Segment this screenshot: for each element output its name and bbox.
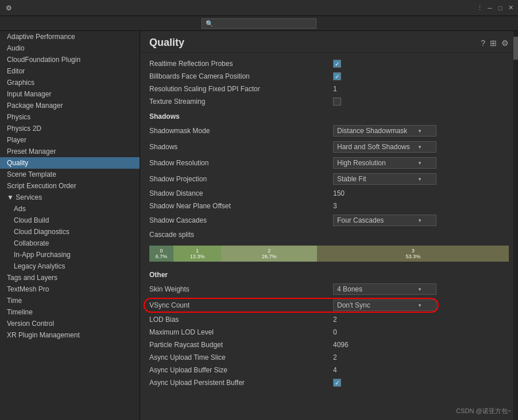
setting-value: Hard and Soft Shadows▼ <box>333 141 509 153</box>
setting-row: Shadow CascadesFour Cascades▼ <box>149 212 509 228</box>
sidebar-item-script-execution-order[interactable]: Script Execution Order <box>0 180 140 192</box>
setting-label: Billboards Face Camera Position <box>149 72 333 80</box>
maximize-btn[interactable]: □ <box>496 4 504 12</box>
dropdown[interactable]: Hard and Soft Shadows▼ <box>333 141 436 153</box>
sidebar-item-in-app-purchasing[interactable]: In-App Purchasing <box>0 249 140 260</box>
setting-row: Async Upload Time Slice2 <box>149 351 509 364</box>
cascade-segment-1[interactable]: 113.3% <box>173 246 221 262</box>
sidebar-item-tags-and-layers[interactable]: Tags and Layers <box>0 272 140 283</box>
cascade-segment-2[interactable]: 226.7% <box>221 246 317 262</box>
sidebar-item-input-manager[interactable]: Input Manager <box>0 88 140 100</box>
checkbox[interactable]: ✓ <box>333 72 341 80</box>
scrollbar-thumb[interactable] <box>513 37 518 60</box>
setting-row: Texture Streaming <box>149 95 509 108</box>
minimize-btn[interactable]: ─ <box>486 4 494 12</box>
setting-row: Shadowmask ModeDistance Shadowmask▼ <box>149 123 509 139</box>
sidebar-item-version-control[interactable]: Version Control <box>0 318 140 329</box>
setting-row: Shadow Near Plane Offset3 <box>149 200 509 212</box>
cascade-bar[interactable]: 06.7%113.3%226.7%353.3% <box>149 246 509 262</box>
dropdown[interactable]: Distance Shadowmask▼ <box>333 125 436 137</box>
setting-label: Async Upload Buffer Size <box>149 366 333 374</box>
setting-label: Shadow Near Plane Offset <box>149 202 333 210</box>
close-btn[interactable]: ✕ <box>507 4 515 12</box>
sidebar-item-timeline[interactable]: Timeline <box>0 306 140 318</box>
search-bar <box>0 16 518 31</box>
window-controls: ⋮ ─ □ ✕ <box>476 4 515 12</box>
dropdown[interactable]: 4 Bones▼ <box>333 283 436 295</box>
sidebar-item-editor[interactable]: Editor <box>0 65 140 77</box>
settings-icon[interactable]: ⚙ <box>501 38 509 48</box>
sidebar-item-adaptive-performance[interactable]: Adaptive Performance <box>0 31 140 42</box>
sidebar: Adaptive PerformanceAudioCloudFoundation… <box>0 31 140 420</box>
sidebar-item-package-manager[interactable]: Package Manager <box>0 100 140 111</box>
sidebar-item-cloud-build[interactable]: Cloud Build <box>0 215 140 226</box>
page-title: Quality <box>149 37 481 49</box>
sidebar-item-xr-plugin[interactable]: XR Plugin Management <box>0 329 140 341</box>
checkbox[interactable]: ✓ <box>333 60 341 68</box>
setting-row: LOD Bias2 <box>149 313 509 326</box>
search-input[interactable] <box>202 18 316 29</box>
text-value: 1 <box>333 85 337 93</box>
setting-value: High Resolution▼ <box>333 157 509 169</box>
sidebar-item-quality[interactable]: Quality <box>0 157 140 169</box>
checkbox[interactable]: ✓ <box>333 379 341 387</box>
setting-label: LOD Bias <box>149 316 333 324</box>
sidebar-item-scene-template[interactable]: Scene Template <box>0 169 140 180</box>
cascade-segment-3[interactable]: 353.3% <box>317 246 509 262</box>
setting-row: ShadowsHard and Soft Shadows▼ <box>149 139 509 155</box>
sidebar-item-physics-2d[interactable]: Physics 2D <box>0 123 140 134</box>
chevron-down-icon: ▼ <box>418 218 422 223</box>
dropdown[interactable]: Four Cascades▼ <box>333 215 436 226</box>
menu-btn[interactable]: ⋮ <box>476 4 484 12</box>
sidebar-item-time[interactable]: Time <box>0 295 140 306</box>
text-value: 4 <box>333 366 337 374</box>
setting-value: 3 <box>333 202 509 210</box>
setting-value: Four Cascades▼ <box>333 215 509 226</box>
chevron-down-icon: ▼ <box>418 129 422 134</box>
dropdown[interactable]: Stable Fit▼ <box>333 173 436 185</box>
setting-value: 150 <box>333 189 509 197</box>
sidebar-item-audio[interactable]: Audio <box>0 42 140 54</box>
setting-value: 4096 <box>333 341 509 349</box>
sidebar-item-cloud-foundation[interactable]: CloudFoundation Plugin <box>0 54 140 65</box>
sidebar-item-textmesh-pro[interactable]: TextMesh Pro <box>0 283 140 295</box>
sidebar-item-services-header[interactable]: ▼ Services <box>0 192 140 203</box>
setting-label: Realtime Reflection Probes <box>149 60 333 68</box>
cascade-splits-label: Cascade splits <box>149 231 333 239</box>
text-value: 0 <box>333 328 337 336</box>
setting-label: Shadow Resolution <box>149 159 333 167</box>
sidebar-item-graphics[interactable]: Graphics <box>0 77 140 88</box>
chevron-down-icon: ▼ <box>418 303 422 308</box>
text-value: 4096 <box>333 341 349 349</box>
content-area: Quality ? ⊞ ⚙ Realtime Reflection Probes… <box>140 31 518 420</box>
text-value: 3 <box>333 202 337 210</box>
setting-row: Maximum LOD Level0 <box>149 326 509 339</box>
text-value: 150 <box>333 189 345 197</box>
sidebar-item-cloud-diagnostics[interactable]: Cloud Diagnostics <box>0 226 140 238</box>
sidebar-item-legacy-analytics[interactable]: Legacy Analytics <box>0 260 140 272</box>
sidebar-item-preset-manager[interactable]: Preset Manager <box>0 146 140 157</box>
setting-row: Async Upload Buffer Size4 <box>149 364 509 376</box>
cascade-segment-0[interactable]: 06.7% <box>149 246 173 262</box>
setting-row: Realtime Reflection Probes✓ <box>149 57 509 70</box>
scrollbar[interactable] <box>513 31 518 420</box>
setting-label: Async Upload Persistent Buffer <box>149 379 333 387</box>
sidebar-item-ads[interactable]: Ads <box>0 203 140 215</box>
layout-icon[interactable]: ⊞ <box>490 38 497 48</box>
setting-row: Skin Weights4 Bones▼ <box>149 281 509 297</box>
dropdown[interactable]: Don't Sync▼ <box>333 300 436 311</box>
chevron-down-icon: ▼ <box>418 145 422 150</box>
sidebar-item-collaborate[interactable]: Collaborate <box>0 238 140 249</box>
dropdown[interactable]: High Resolution▼ <box>333 157 436 169</box>
checkbox[interactable] <box>333 98 341 106</box>
sidebar-item-physics[interactable]: Physics <box>0 111 140 123</box>
title-bar: ⚙ ⋮ ─ □ ✕ <box>0 0 518 16</box>
setting-label: Skin Weights <box>149 285 333 293</box>
text-value: 2 <box>333 316 337 324</box>
setting-row: Particle Raycast Budget4096 <box>149 339 509 351</box>
chevron-down-icon: ▼ <box>418 287 422 292</box>
help-icon[interactable]: ? <box>481 38 485 48</box>
sidebar-item-player[interactable]: Player <box>0 134 140 146</box>
setting-row: VSync CountDon't Sync▼ <box>149 297 509 313</box>
window-icon: ⚙ <box>5 4 13 12</box>
